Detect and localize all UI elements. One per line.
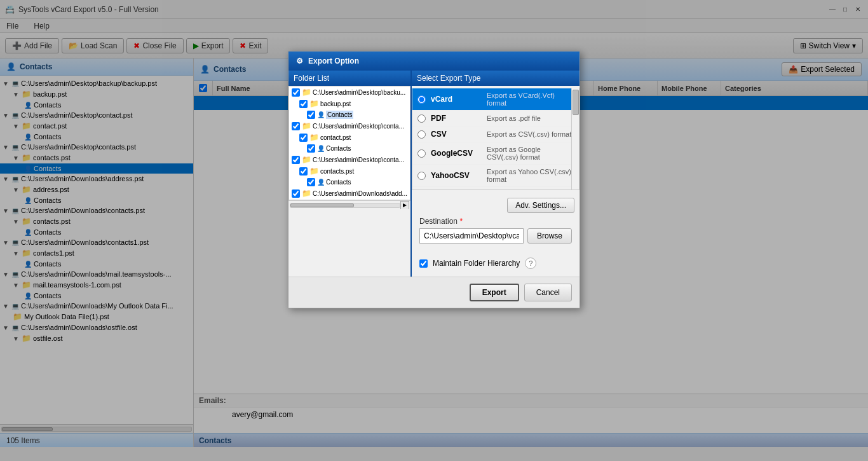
folder-tree-item[interactable]: 📁 contact.pst bbox=[289, 132, 410, 143]
dialog-title-text: Export Option bbox=[308, 57, 359, 65]
dialog-folder-section: Folder List 📁 C:\Users\admin\Desktop\bac… bbox=[288, 71, 412, 277]
destination-input[interactable] bbox=[419, 228, 524, 244]
maintain-hierarchy-label: Maintain Folder Hierarchy bbox=[433, 259, 520, 268]
export-radio-yahoocsv[interactable] bbox=[417, 172, 426, 180]
dialog-title-icon: ⚙ bbox=[296, 57, 303, 65]
folder-checkbox[interactable] bbox=[299, 167, 308, 175]
export-radio-csv[interactable] bbox=[417, 130, 426, 139]
dialog-content: Folder List 📁 C:\Users\admin\Desktop\bac… bbox=[288, 71, 580, 277]
browse-button[interactable]: Browse bbox=[527, 228, 572, 244]
folder-checkbox[interactable] bbox=[299, 134, 308, 142]
folder-tree-item[interactable]: 👤 Contacts bbox=[289, 143, 410, 154]
folder-tree-item[interactable]: 📁 contacts.pst bbox=[289, 165, 410, 177]
help-button[interactable]: ? bbox=[525, 258, 536, 269]
maintain-row: Maintain Folder Hierarchy ? bbox=[412, 258, 580, 277]
folder-tree-item[interactable]: 📁 C:\Users\admin\Downloads\add... bbox=[289, 188, 410, 199]
folder-checkbox[interactable] bbox=[292, 88, 300, 97]
export-radio-googlecsv[interactable] bbox=[417, 149, 426, 158]
folder-checkbox[interactable] bbox=[292, 122, 300, 130]
folder-checkbox[interactable] bbox=[307, 111, 315, 119]
export-radio-vcf[interactable] bbox=[417, 95, 426, 104]
destination-section: Destination * Browse bbox=[412, 217, 580, 249]
folder-checkbox[interactable] bbox=[292, 189, 300, 198]
destination-row: Browse bbox=[419, 228, 572, 244]
folder-list-header: Folder List bbox=[288, 71, 410, 86]
folder-tree-item[interactable]: 👤 Contacts bbox=[289, 177, 410, 188]
dialog-title-bar: ⚙ Export Option bbox=[288, 52, 580, 71]
export-type-list[interactable]: vCard Export as VCard(.Vcf) format PDF E… bbox=[412, 88, 580, 190]
folder-checkbox[interactable] bbox=[292, 156, 300, 164]
folder-tree-item[interactable]: 📁 C:\Users\admin\Desktop\conta... bbox=[289, 120, 410, 132]
scroll-right-btn[interactable]: ▶ bbox=[400, 201, 409, 210]
folder-tree-item[interactable]: 📁 C:\Users\admin\Desktop\backu... bbox=[289, 86, 410, 98]
export-type-pdf[interactable]: PDF Export as .pdf file bbox=[412, 111, 579, 127]
folder-tree-item[interactable]: 📁 backup.pst bbox=[289, 98, 410, 109]
export-type-csv[interactable]: CSV Export as CSV(.csv) format bbox=[412, 127, 579, 142]
folder-checkbox[interactable] bbox=[307, 144, 315, 153]
export-type-pst[interactable]: PST Export as Microsoft Outlook (.pst) f… bbox=[412, 187, 579, 190]
destination-label: Destination * bbox=[419, 217, 572, 226]
dialog-export-button[interactable]: Export bbox=[470, 284, 519, 301]
adv-settings-button[interactable]: Adv. Settings... bbox=[507, 198, 574, 213]
dialog-right-section: Select Export Type vCard Export as VCard… bbox=[412, 71, 580, 277]
maintain-hierarchy-checkbox[interactable] bbox=[419, 259, 428, 268]
dialog-footer: Export Cancel bbox=[288, 277, 580, 308]
export-radio-pdf[interactable] bbox=[417, 114, 426, 123]
export-type-header: Select Export Type bbox=[412, 71, 580, 86]
dialog-overlay: ⚙ Export Option Folder List 📁 C:\Users\a… bbox=[0, 0, 868, 461]
export-option-dialog: ⚙ Export Option Folder List 📁 C:\Users\a… bbox=[288, 51, 580, 308]
scroll-indicator bbox=[571, 88, 579, 189]
folder-tree-item[interactable]: 📁 C:\Users\admin\Desktop\conta... bbox=[289, 154, 410, 165]
folder-checkbox[interactable] bbox=[307, 178, 315, 186]
dialog-cancel-button[interactable]: Cancel bbox=[524, 284, 572, 301]
folder-checkbox[interactable] bbox=[299, 100, 308, 108]
folder-list-scroll[interactable]: 📁 C:\Users\admin\Desktop\backu... 📁 back… bbox=[288, 86, 410, 200]
export-type-vcf[interactable]: vCard Export as VCard(.Vcf) format bbox=[412, 88, 579, 111]
export-type-googlecsv[interactable]: GoogleCSV Export as Google CSV(.csv) for… bbox=[412, 142, 579, 165]
export-type-yahoocsv[interactable]: YahooCSV Export as Yahoo CSV(.csv) forma… bbox=[412, 165, 579, 187]
folder-tree-item[interactable]: 👤 Contacts bbox=[289, 109, 410, 120]
